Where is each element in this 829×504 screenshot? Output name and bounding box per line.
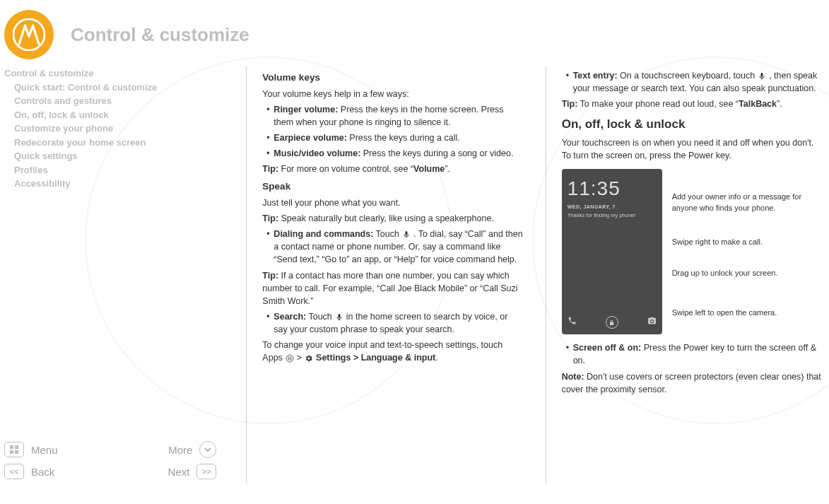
tip-dialing: Tip: If a contact has more than one numb… xyxy=(262,269,522,307)
lockscreen-date: WED, JANUARY, 7 xyxy=(568,204,657,211)
tip-talkback: Tip: To make your phone read out loud, s… xyxy=(562,98,822,110)
lockscreen-time: 11:35 xyxy=(568,175,657,204)
brand-logo xyxy=(4,10,54,59)
column-divider xyxy=(246,66,247,484)
lockscreen-owner-msg: Thanks for finding my phone! xyxy=(568,212,657,220)
next-label: Next xyxy=(168,466,190,478)
toc-item-on-off-lock[interactable]: On, off, lock & unlock xyxy=(4,108,216,122)
text-change-settings: To change your voice input and text-to-s… xyxy=(262,339,522,364)
menu-label: Menu xyxy=(31,444,58,456)
callout-owner-info: Add your owner info or a message for any… xyxy=(669,192,822,214)
tip-volume: Tip: For more on volume control, see “Vo… xyxy=(262,163,522,175)
bullet-ringer: Ringer volume: Press the keys in the hom… xyxy=(274,103,522,129)
toc-item-redecorate[interactable]: Redecorate your home screen xyxy=(4,136,216,150)
toc-item-accessibility[interactable]: Accessibility xyxy=(4,177,216,191)
heading-on-off-lock: On, off, lock & unlock xyxy=(562,116,822,134)
note-proximity: Note: Don't use covers or screen protect… xyxy=(562,370,822,396)
callout-swipe-left: Swipe left to open the camera. xyxy=(669,307,822,319)
menu-button[interactable]: Menu xyxy=(4,442,58,457)
toc-item-profiles[interactable]: Profiles xyxy=(4,163,216,177)
svg-point-10 xyxy=(290,359,291,360)
toc-item-quick-start[interactable]: Quick start: Control & customize xyxy=(4,81,216,95)
back-label: Back xyxy=(31,466,54,478)
text-volume-intro: Your volume keys help in a few ways: xyxy=(262,88,522,100)
svg-point-2 xyxy=(288,356,288,357)
mic-icon xyxy=(758,71,767,81)
tip-speak: Tip: Speak naturally but clearly, like u… xyxy=(262,212,522,225)
phone-dial-icon xyxy=(568,316,577,329)
apps-icon xyxy=(285,353,294,363)
callout-drag-up: Drag up to unlock your screen. xyxy=(669,268,822,279)
page-title: Control & customize xyxy=(71,24,249,46)
back-button[interactable]: << Back xyxy=(4,464,54,479)
gear-icon xyxy=(305,353,314,363)
bullet-music: Music/video volume: Press the keys durin… xyxy=(274,147,522,160)
phone-camera-icon xyxy=(647,316,657,329)
mic-icon xyxy=(401,230,411,239)
text-speak-intro: Just tell your phone what you want. xyxy=(262,197,522,209)
heading-speak: Speak xyxy=(262,180,522,194)
bullet-search: Search: Touch in the home screen to sear… xyxy=(274,310,522,336)
table-of-contents: Control & customize Quick start: Control… xyxy=(4,66,216,191)
bullet-screen-off-on: Screen off & on: Press the Power key to … xyxy=(573,341,822,367)
toc-item-controls-gestures[interactable]: Controls and gestures xyxy=(4,94,216,108)
toc-item-customize-phone[interactable]: Customize your phone xyxy=(4,122,216,136)
more-label: More xyxy=(168,444,192,456)
svg-point-5 xyxy=(288,358,288,358)
more-chevron-icon xyxy=(199,441,216,458)
phone-lock-icon xyxy=(606,316,618,329)
svg-point-8 xyxy=(288,359,288,360)
svg-point-7 xyxy=(290,358,291,358)
menu-grid-icon xyxy=(4,442,24,457)
text-on-off-intro: Your touchscreen is on when you need it … xyxy=(562,136,822,162)
lockscreen-mock: 11:35 WED, JANUARY, 7 Thanks for finding… xyxy=(562,169,662,334)
svg-point-3 xyxy=(289,356,290,357)
svg-point-4 xyxy=(290,356,291,357)
mic-icon xyxy=(334,312,343,322)
bullet-dialing: Dialing and commands: Touch . To dial, s… xyxy=(274,228,522,266)
column-divider xyxy=(546,66,546,484)
more-button[interactable]: More xyxy=(168,441,216,458)
callout-swipe-right: Swipe right to make a call. xyxy=(669,237,822,248)
back-arrow-icon: << xyxy=(4,464,24,479)
next-arrow-icon: >> xyxy=(196,464,216,479)
bullet-earpiece: Earpiece volume: Press the keys during a… xyxy=(274,131,522,144)
toc-item-control-customize[interactable]: Control & customize xyxy=(4,66,216,81)
bullet-text-entry: Text entry: On a touchscreen keyboard, t… xyxy=(573,69,822,95)
svg-point-6 xyxy=(289,358,290,358)
toc-item-quick-settings[interactable]: Quick settings xyxy=(4,149,216,163)
svg-point-9 xyxy=(289,359,290,360)
heading-volume-keys: Volume keys xyxy=(262,71,522,85)
next-button[interactable]: Next >> xyxy=(168,464,217,479)
motorola-icon xyxy=(13,18,45,51)
